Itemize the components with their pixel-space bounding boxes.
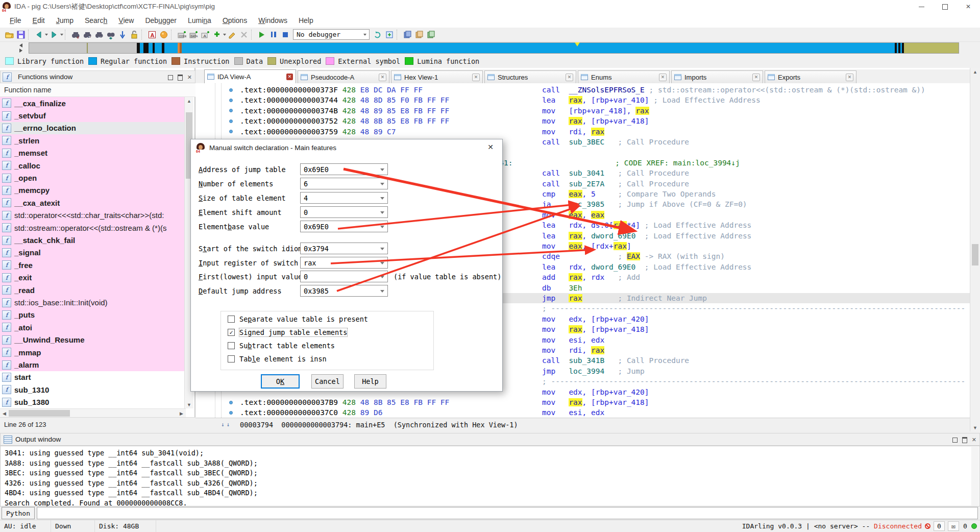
scroll-down-icon[interactable]: ▼ bbox=[971, 424, 979, 431]
function-row[interactable]: f__stack_chk_fail bbox=[0, 234, 186, 246]
dialog-field-combo-element-base-value[interactable]: 0x69E0 bbox=[300, 221, 388, 232]
function-row[interactable]: f_strlen bbox=[0, 134, 186, 147]
start-debugger-icon[interactable] bbox=[256, 29, 267, 40]
menu-lumina[interactable]: Lumina bbox=[182, 16, 217, 25]
disasm-vertical-scrollbar[interactable]: ▲ ▼ bbox=[970, 68, 980, 431]
dialog-field-combo-start-of-the-switch-idiom[interactable]: 0x3794 bbox=[300, 243, 388, 254]
scroll-right-icon[interactable]: ▶ bbox=[177, 409, 186, 417]
function-name-column-header[interactable]: Function name bbox=[0, 83, 195, 97]
function-row[interactable]: f__errno_location bbox=[0, 122, 186, 134]
maximize-button[interactable] bbox=[933, 0, 957, 13]
function-row[interactable]: f_alarm bbox=[0, 358, 186, 371]
python-command-input[interactable] bbox=[37, 507, 978, 519]
dialog-field-combo-input-register-of-switch[interactable]: rax bbox=[300, 257, 388, 269]
search-text-icon[interactable]: T bbox=[81, 29, 93, 40]
tab-close-icon[interactable]: ✕ bbox=[566, 74, 573, 81]
search-binary-icon[interactable]: 101 bbox=[93, 29, 105, 40]
disasm-line[interactable]: .text:00000000000037C0 428 89 D6mov esi,… bbox=[195, 407, 970, 418]
watches-icon[interactable] bbox=[413, 29, 425, 40]
function-row[interactable]: f_read bbox=[0, 284, 186, 296]
navigate-forward-icon[interactable] bbox=[48, 29, 60, 40]
unlock-icon[interactable] bbox=[128, 29, 140, 40]
tab-close-icon[interactable]: ✕ bbox=[659, 74, 667, 81]
menu-jump[interactable]: Jump bbox=[51, 16, 79, 25]
menu-view[interactable]: View bbox=[113, 16, 139, 25]
menu-debugger[interactable]: Debugger bbox=[139, 16, 182, 25]
function-row[interactable]: f_signal bbox=[0, 247, 186, 259]
function-row[interactable]: fsub_1310 bbox=[0, 383, 186, 396]
disasm-line[interactable]: .text:0000000000003744 428 48 8D 85 F0 F… bbox=[195, 95, 970, 105]
tab-close-icon[interactable]: ✕ bbox=[752, 74, 760, 81]
function-row[interactable]: f_puts bbox=[0, 309, 186, 321]
dock-close-icon[interactable]: ✕ bbox=[187, 74, 192, 81]
breakpoints-icon[interactable] bbox=[401, 29, 413, 40]
dialog-field-combo-first-lowest-input-value[interactable]: 0 bbox=[300, 271, 388, 282]
tab-structures[interactable]: Structures✕ bbox=[484, 70, 576, 83]
create-function-icon[interactable] bbox=[211, 29, 223, 40]
output-window-header[interactable]: Output window ✕ bbox=[0, 433, 980, 446]
tab-pseudocode-a[interactable]: Pseudocode-A✕ bbox=[298, 70, 389, 83]
menu-file[interactable]: File bbox=[4, 16, 27, 25]
tab-close-icon[interactable]: ✕ bbox=[846, 74, 853, 81]
checkbox-separate-value-table-is-present[interactable]: Separate value table is present bbox=[228, 313, 368, 325]
function-row[interactable]: f_free bbox=[0, 259, 186, 271]
python-interpreter-button[interactable]: Python bbox=[2, 507, 35, 519]
tab-close-icon[interactable]: ✕ bbox=[286, 74, 293, 80]
tab-imports[interactable]: Imports✕ bbox=[671, 70, 763, 83]
trace-icon[interactable] bbox=[425, 29, 436, 40]
chevron-down-icon[interactable] bbox=[380, 197, 384, 200]
function-row[interactable]: fstd::ios_base::Init::Init(void) bbox=[0, 296, 186, 308]
tab-hex-view-1[interactable]: Hex View-1✕ bbox=[391, 70, 483, 83]
function-row[interactable]: f_exit bbox=[0, 272, 186, 284]
stop-debugger-icon[interactable] bbox=[279, 29, 291, 40]
search-next-icon[interactable] bbox=[105, 29, 116, 40]
dialog-titlebar[interactable]: 64 Manual switch declaration - Main feat… bbox=[191, 139, 502, 156]
function-row[interactable]: f_atoi bbox=[0, 321, 186, 333]
menu-search[interactable]: Search bbox=[79, 16, 113, 25]
forward-dropdown-icon[interactable] bbox=[60, 34, 63, 36]
function-row[interactable]: f_memset bbox=[0, 147, 186, 159]
checkbox-box[interactable] bbox=[228, 355, 235, 362]
chevron-down-icon[interactable] bbox=[380, 276, 384, 278]
cancel-button[interactable]: Cancel bbox=[311, 374, 344, 389]
debugger-options-icon[interactable] bbox=[383, 29, 395, 40]
search-immediate-icon[interactable]: # bbox=[69, 29, 81, 40]
dock-close-icon[interactable]: ✕ bbox=[972, 437, 976, 443]
save-icon[interactable] bbox=[15, 29, 27, 40]
dialog-field-combo-number-of-elements[interactable]: 6 bbox=[300, 178, 388, 189]
dock-restore-icon[interactable] bbox=[168, 75, 173, 80]
disasm-line[interactable]: .text:0000000000003752 428 48 8B 85 E8 F… bbox=[195, 116, 970, 126]
function-row[interactable]: fsub_1380 bbox=[0, 396, 186, 408]
dialog-field-combo-default-jump-address[interactable]: 0x3985 bbox=[300, 285, 388, 297]
function-row[interactable]: f_mmap bbox=[0, 346, 186, 358]
chevron-down-icon[interactable] bbox=[380, 262, 384, 264]
disasm-line[interactable]: .text:000000000000374B 428 48 89 85 E8 F… bbox=[195, 106, 970, 116]
function-row[interactable]: f_memcpy bbox=[0, 184, 186, 197]
tab-exports[interactable]: Exports✕ bbox=[765, 70, 856, 83]
disasm-line[interactable]: .text:00000000000037B9 428 48 8B 85 E8 F… bbox=[195, 397, 970, 407]
close-button[interactable]: ✕ bbox=[957, 0, 980, 13]
ascii-string-icon[interactable]: A bbox=[146, 29, 158, 40]
dock-float-icon[interactable] bbox=[178, 75, 183, 81]
scroll-left-icon[interactable]: ◀ bbox=[0, 409, 9, 417]
checkbox-subtract-table-elements[interactable]: Subtract table elements bbox=[228, 340, 335, 351]
tab-enums[interactable]: Enums✕ bbox=[578, 70, 670, 83]
functions-window-header[interactable]: f Functions window ✕ bbox=[0, 70, 195, 83]
function-row[interactable]: f_calloc bbox=[0, 159, 186, 172]
function-row[interactable]: fstd::operator<<<std::char_traits<char>>… bbox=[0, 209, 186, 222]
chevron-down-icon[interactable] bbox=[380, 226, 384, 228]
function-row[interactable]: f__cxa_atexit bbox=[0, 197, 186, 209]
help-button[interactable]: Help bbox=[354, 374, 386, 389]
attach-debugger-icon[interactable] bbox=[372, 29, 383, 40]
navigate-back-icon[interactable] bbox=[33, 29, 44, 40]
scroll-up-icon[interactable]: ▲ bbox=[185, 97, 193, 105]
function-row[interactable]: f__Unwind_Resume bbox=[0, 334, 186, 346]
make-code-icon[interactable]: CODE bbox=[176, 29, 187, 40]
chevron-down-icon[interactable] bbox=[380, 211, 384, 214]
function-row[interactable]: f_setvbuf bbox=[0, 109, 186, 122]
output-log[interactable]: 3041: using guessed type __int64 sub_304… bbox=[0, 446, 980, 506]
chevron-down-icon[interactable] bbox=[380, 290, 384, 293]
chevron-down-icon[interactable] bbox=[380, 168, 384, 171]
lumina-icon[interactable] bbox=[158, 29, 169, 40]
dialog-close-icon[interactable]: ✕ bbox=[480, 139, 501, 155]
